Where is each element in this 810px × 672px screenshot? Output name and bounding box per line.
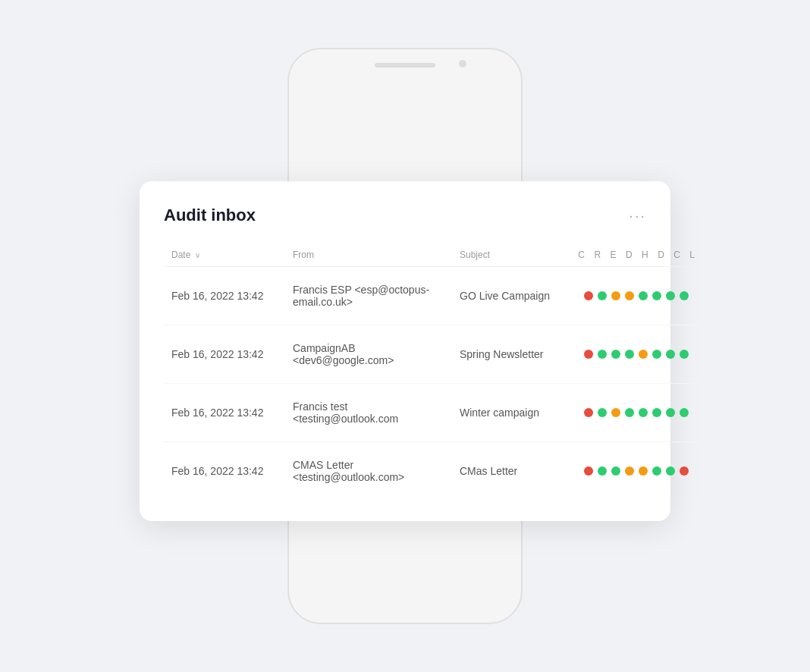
status-dot — [584, 350, 593, 359]
status-dot — [652, 291, 661, 300]
cell-subject: GO Live Campaign — [452, 267, 573, 325]
status-dot — [680, 466, 689, 476]
cell-date: Feb 16, 2022 13:42 — [164, 267, 285, 325]
status-dot — [598, 408, 607, 417]
phone-bottom-frame — [287, 503, 523, 624]
col-d2: D — [653, 243, 669, 267]
status-dot — [639, 291, 648, 300]
status-dot — [652, 408, 661, 417]
col-e: E — [605, 243, 620, 267]
col-c: C — [573, 243, 589, 267]
status-dot — [680, 291, 689, 300]
col-c2: C — [669, 243, 685, 267]
cell-dots — [573, 442, 699, 501]
col-d: D — [621, 243, 637, 267]
status-dot — [625, 350, 634, 359]
status-dot — [652, 466, 661, 476]
cell-subject: Spring Newsletter — [452, 325, 573, 384]
status-dot — [584, 466, 593, 476]
table-row[interactable]: Feb 16, 2022 13:42Francis test <testing@… — [164, 384, 699, 442]
status-dot — [611, 350, 620, 359]
audit-inbox-card: Audit inbox ··· Date ∨ From Subject C R … — [140, 181, 670, 521]
more-options-icon[interactable]: ··· — [629, 207, 646, 225]
status-dot — [680, 408, 689, 417]
status-dot — [584, 291, 593, 300]
audit-table: Date ∨ From Subject C R E D H D C L Feb … — [164, 243, 699, 500]
card-title: Audit inbox — [164, 206, 256, 225]
col-h: H — [637, 243, 653, 267]
col-subject: Subject — [452, 243, 573, 267]
cell-dots — [573, 384, 699, 442]
table-row[interactable]: Feb 16, 2022 13:42CMAS Letter <testing@o… — [164, 442, 699, 501]
status-dot — [598, 291, 607, 300]
status-dot — [639, 466, 648, 476]
status-dot — [666, 408, 675, 417]
status-dot — [666, 466, 675, 476]
cell-from: CampaignAB <dev6@google.com> — [285, 325, 452, 384]
status-dot — [666, 291, 675, 300]
status-dot — [625, 291, 634, 300]
status-dot — [611, 408, 620, 417]
status-dot — [639, 408, 648, 417]
col-date[interactable]: Date ∨ — [164, 243, 285, 267]
cell-dots — [573, 325, 699, 384]
cell-subject: Winter campaign — [452, 384, 573, 442]
status-dot — [666, 350, 675, 359]
col-l: L — [685, 243, 699, 267]
cell-date: Feb 16, 2022 13:42 — [164, 384, 285, 442]
sort-arrow-icon: ∨ — [195, 251, 200, 259]
status-dot — [611, 466, 620, 476]
cell-from: Francis ESP <esp@octopus-email.co.uk> — [285, 267, 452, 325]
status-dot — [639, 350, 648, 359]
cell-date: Feb 16, 2022 13:42 — [164, 325, 285, 384]
status-dot — [611, 291, 620, 300]
cell-dots — [573, 267, 699, 325]
status-dot — [680, 350, 689, 359]
status-dot — [625, 408, 634, 417]
table-row[interactable]: Feb 16, 2022 13:42Francis ESP <esp@octop… — [164, 267, 699, 325]
col-from: From — [285, 243, 452, 267]
cell-from: Francis test <testing@outlook.com — [285, 384, 452, 442]
card-header: Audit inbox ··· — [164, 206, 646, 225]
cell-from: CMAS Letter <testing@outlook.com> — [285, 442, 452, 501]
status-dot — [584, 408, 593, 417]
cell-date: Feb 16, 2022 13:42 — [164, 442, 285, 501]
table-row[interactable]: Feb 16, 2022 13:42CampaignAB <dev6@googl… — [164, 325, 699, 384]
status-dot — [598, 350, 607, 359]
status-dot — [598, 466, 607, 476]
status-dot — [652, 350, 661, 359]
status-dot — [625, 466, 634, 476]
col-r: R — [589, 243, 605, 267]
cell-subject: CMas Letter — [452, 442, 573, 501]
